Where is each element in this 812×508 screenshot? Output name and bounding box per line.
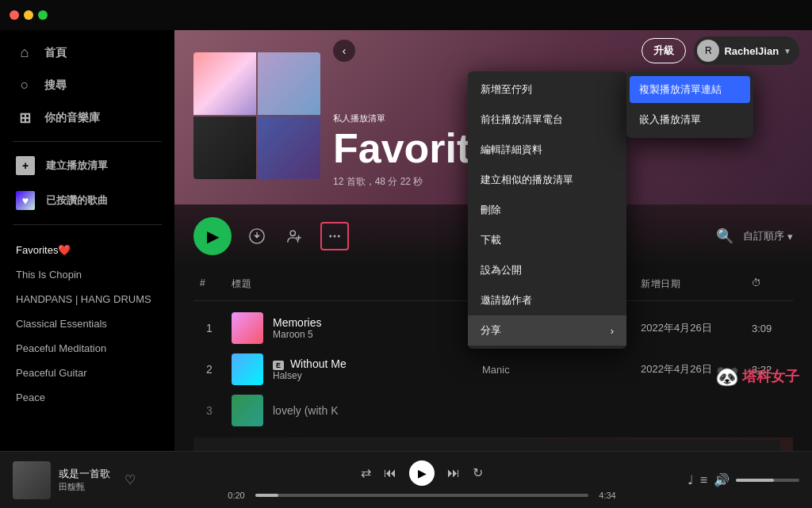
sidebar-playlists: Favorites❤️ This Is Chopin HANDPANS | HA… <box>0 238 174 410</box>
playlist-item-peace[interactable]: Peace <box>6 385 168 410</box>
create-playlist-icon: + <box>16 156 35 175</box>
previous-button[interactable]: ⏮ <box>384 466 396 480</box>
like-button[interactable]: ♡ <box>124 472 136 487</box>
total-time: 4:34 <box>595 491 620 500</box>
sidebar-item-library-label: 你的音樂庫 <box>44 111 100 125</box>
queue-icon[interactable]: ≡ <box>700 473 707 487</box>
menu-item-download[interactable]: 下載 <box>468 225 626 255</box>
menu-item-share[interactable]: 分享 › <box>468 315 626 346</box>
volume-fill <box>736 479 774 482</box>
track-number: 1 <box>193 322 225 334</box>
track-name: Memories <box>273 316 321 329</box>
header-duration: ⏱ <box>745 274 793 294</box>
table-row[interactable]: 3 lovely (with K <box>193 390 793 431</box>
playlist-item-meditation[interactable]: Peaceful Meditation <box>6 336 168 361</box>
explicit-badge: E <box>273 361 284 370</box>
sidebar-item-liked-songs[interactable]: ♥ 已按讚的歌曲 <box>0 183 174 218</box>
username-label: RachelJian <box>724 45 779 57</box>
submenu-arrow-icon: › <box>611 325 614 337</box>
sidebar-item-home[interactable]: ⌂ 首頁 <box>6 36 168 69</box>
playlist-item-handpans[interactable]: HANDPANS | HANG DRUMS <box>6 287 168 311</box>
pause-button[interactable]: ▶ <box>409 460 435 486</box>
playlist-item-guitar[interactable]: Peaceful Guitar <box>6 361 168 385</box>
liked-songs-icon: ♥ <box>16 191 35 210</box>
control-buttons: ⇄ ⏮ ▶ ⏭ ↻ <box>361 460 483 486</box>
more-options-button[interactable] <box>320 222 349 250</box>
track-duration: 3:09 <box>745 323 793 334</box>
album-cell-1 <box>193 52 256 115</box>
user-menu[interactable]: R RachelJian ▼ <box>694 36 799 65</box>
search-sort-area: 🔍 自訂順序 ▾ <box>716 227 793 245</box>
track-text: E Without Me Halsey <box>273 357 347 381</box>
svg-point-3 <box>334 235 336 238</box>
header-num: # <box>193 274 225 294</box>
playlist-item-classical[interactable]: Classical Essentials <box>6 311 168 336</box>
player-track-name: 或是一首歌 <box>59 467 110 481</box>
download-button[interactable] <box>244 223 270 249</box>
avatar: R <box>697 40 719 62</box>
minimize-button[interactable] <box>24 10 33 20</box>
play-button[interactable]: ▶ <box>193 217 232 255</box>
progress-track[interactable] <box>255 494 588 497</box>
track-name: lovely (with K <box>273 404 338 417</box>
header-right: 升級 R RachelJian ▼ <box>642 36 799 65</box>
volume-icon[interactable]: 🔊 <box>714 472 730 487</box>
playlist-item-chopin[interactable]: This Is Chopin <box>6 262 168 287</box>
library-icon: ⊞ <box>16 109 33 127</box>
menu-item-create-similar[interactable]: 建立相似的播放清單 <box>468 165 626 195</box>
bottom-banner: Digster PROOF OUTNOW LISTEN ON Spotify <box>193 437 793 451</box>
player-thumbnail <box>13 461 51 499</box>
sidebar: ⌂ 首頁 ○ 搜尋 ⊞ 你的音樂庫 + 建立播放清單 ♥ 已按讚的歌曲 Favo… <box>0 30 174 451</box>
watermark: 🐼 塔科女子 <box>715 365 799 388</box>
track-artist: Maroon 5 <box>273 329 321 340</box>
sidebar-item-library[interactable]: ⊞ 你的音樂庫 <box>6 101 168 135</box>
player-bar: 或是一首歌 田馥甄 ♡ ⇄ ⏮ ▶ ⏭ ↻ 0:20 4:34 ♩ ≡ 🔊 <box>0 451 812 508</box>
app-body: ⌂ 首頁 ○ 搜尋 ⊞ 你的音樂庫 + 建立播放清單 ♥ 已按讚的歌曲 Favo… <box>0 30 812 451</box>
next-button[interactable]: ⏭ <box>447 466 460 480</box>
sidebar-nav: ⌂ 首頁 ○ 搜尋 ⊞ 你的音樂庫 <box>0 36 174 135</box>
menu-item-invite-collab[interactable]: 邀請協作者 <box>468 285 626 315</box>
track-album: Manic <box>476 364 634 376</box>
track-thumbnail <box>232 353 263 385</box>
track-text: Memories Maroon 5 <box>273 316 321 340</box>
volume-bar[interactable] <box>736 479 799 482</box>
playlist-item-favorites[interactable]: Favorites❤️ <box>6 238 168 262</box>
track-name: E Without Me <box>273 357 347 370</box>
repeat-button[interactable]: ↻ <box>473 465 483 480</box>
back-button[interactable]: ‹ <box>333 40 355 62</box>
sidebar-item-search[interactable]: ○ 搜尋 <box>6 69 168 101</box>
sort-chevron-icon: ▾ <box>787 231 793 243</box>
upgrade-button[interactable]: 升級 <box>642 38 686 63</box>
close-button[interactable] <box>10 10 19 20</box>
sidebar-item-search-label: 搜尋 <box>44 78 67 93</box>
submenu-item-copy-link[interactable]: 複製播放清單連結 <box>630 76 750 103</box>
svg-point-2 <box>329 235 331 238</box>
submenu-item-embed[interactable]: 嵌入播放清單 <box>626 105 753 135</box>
user-chevron-icon: ▼ <box>783 47 791 55</box>
add-person-button[interactable] <box>282 223 308 249</box>
player-controls: ⇄ ⏮ ▶ ⏭ ↻ 0:20 4:34 <box>197 460 647 500</box>
watermark-emoji: 🐼 <box>715 365 739 388</box>
header-date: 新增日期 <box>634 274 745 294</box>
maximize-button[interactable] <box>38 10 48 20</box>
track-number: 2 <box>193 363 225 376</box>
menu-item-go-radio[interactable]: 前往播放清單電台 <box>468 105 626 135</box>
sidebar-item-create-playlist[interactable]: + 建立播放清單 <box>0 148 174 183</box>
search-button[interactable]: 🔍 <box>716 227 733 245</box>
menu-item-edit-details[interactable]: 編輯詳細資料 <box>468 135 626 165</box>
menu-item-delete[interactable]: 刪除 <box>468 195 626 225</box>
lyrics-icon[interactable]: ♩ <box>688 472 694 487</box>
track-info: lovely (with K <box>225 395 476 426</box>
home-icon: ⌂ <box>16 44 33 61</box>
svg-point-4 <box>338 235 340 238</box>
sort-button[interactable]: 自訂順序 ▾ <box>743 229 793 243</box>
menu-item-make-public[interactable]: 設為公開 <box>468 255 626 285</box>
player-artist: 田馥甄 <box>59 481 110 493</box>
table-row[interactable]: 2 E Without Me Halsey Manic 2022年4月26日 <box>193 349 793 390</box>
player-track-info: 或是一首歌 田馥甄 ♡ <box>13 461 187 499</box>
search-icon: ○ <box>16 77 33 94</box>
track-thumbnail <box>232 312 263 344</box>
menu-item-add-queue[interactable]: 新增至佇列 <box>468 74 626 105</box>
shuffle-button[interactable]: ⇄ <box>361 465 371 480</box>
traffic-lights <box>10 10 48 20</box>
